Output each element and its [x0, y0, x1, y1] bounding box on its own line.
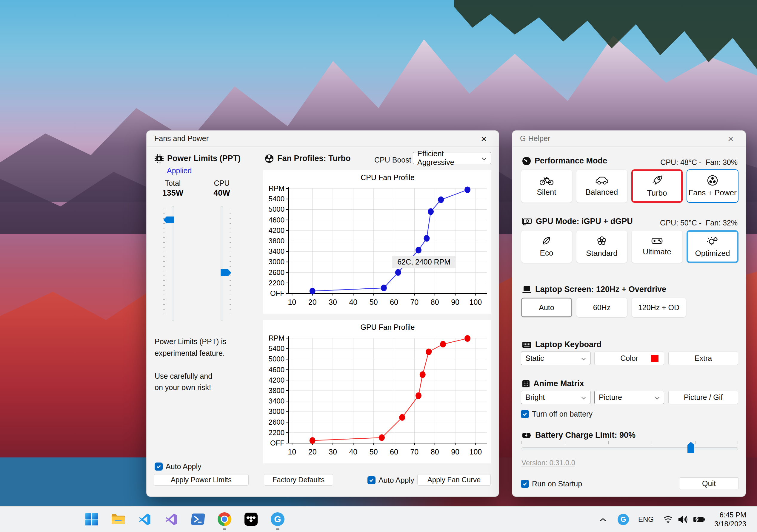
close-icon[interactable]: × — [477, 132, 491, 145]
cpu-chip-icon — [155, 154, 164, 163]
ghelper-running-indicator — [276, 528, 279, 530]
svg-text:60: 60 — [390, 448, 398, 456]
file-explorer-icon[interactable] — [110, 511, 127, 527]
close-icon[interactable]: × — [724, 132, 738, 145]
ghelper-taskbar-icon[interactable]: G — [269, 511, 286, 527]
svg-text:90: 90 — [451, 448, 459, 456]
chrome-icon[interactable] — [216, 511, 233, 527]
cpu-slider-track[interactable] — [221, 206, 223, 321]
svg-text:50: 50 — [370, 448, 378, 456]
cpu-boost-select[interactable]: Efficient Aggressive — [413, 152, 491, 164]
svg-text:2200: 2200 — [269, 279, 285, 287]
quit-button[interactable]: Quit — [679, 477, 739, 490]
cpu-slider-ticks — [229, 209, 231, 319]
auto-apply-power-checkbox[interactable]: Auto Apply — [155, 462, 201, 471]
perf-mode-fans-power-button[interactable]: Fans + Power — [686, 169, 739, 203]
language-indicator[interactable]: ENG — [638, 514, 654, 525]
svg-text:40: 40 — [349, 298, 357, 306]
checkbox-checked-icon[interactable] — [155, 462, 163, 471]
apply-power-limits-button[interactable]: Apply Power Limits — [154, 474, 249, 486]
perf-mode-turbo-button[interactable]: Turbo — [631, 169, 683, 203]
ghelper-window: G-Helper × Performance Mode CPU: 48°C - … — [512, 130, 746, 497]
tray-date: 3/18/2023 — [695, 519, 746, 528]
clock[interactable]: 6:45 PM 3/18/2023 — [695, 511, 746, 528]
volume-icon[interactable] — [677, 514, 689, 525]
svg-text:100: 100 — [469, 448, 482, 456]
svg-text:OFF: OFF — [270, 439, 285, 447]
svg-text:10: 10 — [288, 448, 296, 456]
laptop-icon — [522, 286, 531, 294]
svg-text:40: 40 — [349, 448, 357, 456]
wifi-icon[interactable] — [662, 514, 674, 525]
fan-icon — [707, 175, 718, 186]
run-on-startup-checkbox[interactable]: Run on Startup — [521, 480, 582, 488]
gpu-mode-ultimate-button[interactable]: Ultimate — [631, 230, 683, 263]
checkbox-checked-icon[interactable] — [521, 410, 529, 418]
perf-mode-silent-button[interactable]: Silent — [521, 169, 572, 203]
fans-and-power-window: Fans and Power × Power Limits (PPT) Appl… — [146, 130, 499, 497]
keyboard-extra-button[interactable]: Extra — [668, 351, 738, 365]
fans-window-titlebar[interactable]: Fans and Power × — [147, 131, 499, 147]
tidal-icon[interactable] — [243, 511, 259, 527]
fan-profiles-heading: Fan Profiles: Turbo — [265, 154, 351, 163]
apply-fan-curve-button[interactable]: Apply Fan Curve — [417, 474, 491, 486]
gpu-mode-standard-button[interactable]: Standard — [576, 230, 627, 263]
gpu-mode-optimized-button[interactable]: Optimized — [686, 230, 739, 263]
matrix-mode-select[interactable]: Picture — [594, 391, 664, 404]
keyboard-icon — [522, 342, 531, 348]
gpu-fan-curve-plot[interactable]: 102030405060708090100OFF2200260030003400… — [263, 320, 491, 463]
svg-text:5400: 5400 — [269, 345, 285, 352]
perf-mode-balanced-button[interactable]: Balanced — [576, 169, 627, 203]
cpu-fan-curve-plot[interactable]: 102030405060708090100OFF2200260030003400… — [263, 170, 491, 314]
vscode-icon[interactable] — [136, 511, 153, 527]
version-link[interactable]: Version: 0.31.0.0 — [522, 459, 575, 467]
svg-text:4600: 4600 — [269, 366, 285, 374]
visual-studio-icon[interactable] — [163, 511, 180, 527]
factory-defaults-button[interactable]: Factory Defaults — [264, 474, 333, 486]
fan-curve-tooltip: 62C, 2400 RPM — [392, 256, 456, 268]
svg-text:4600: 4600 — [269, 216, 285, 224]
matrix-brightness-select[interactable]: Bright — [521, 391, 590, 404]
car-icon — [595, 176, 609, 185]
svg-text:3400: 3400 — [269, 247, 285, 255]
svg-text:70: 70 — [410, 298, 418, 306]
leaf-icon — [541, 236, 552, 246]
chevron-down-icon — [655, 393, 660, 402]
cpu-temp-fan-status: CPU: 48°C - Fan: 30% — [660, 158, 738, 167]
checkbox-checked-icon[interactable] — [521, 480, 529, 488]
battery-limit-heading: Battery Charge Limit: 90% — [522, 431, 636, 440]
matrix-picture-gif-button[interactable]: Picture / Gif — [668, 391, 738, 404]
gpu-mode-eco-button[interactable]: Eco — [521, 230, 572, 263]
screen-60hz-button[interactable]: 60Hz — [576, 297, 627, 317]
chevron-down-icon — [481, 154, 487, 162]
total-slider-ticks — [163, 209, 165, 319]
powershell-icon[interactable] — [190, 511, 206, 527]
ghelper-tray-icon[interactable]: G — [617, 514, 629, 525]
auto-apply-fan-checkbox[interactable]: Auto Apply — [368, 476, 414, 485]
svg-text:20: 20 — [308, 298, 317, 306]
keyboard-color-button[interactable]: Color — [594, 351, 664, 365]
battery-slider-track[interactable] — [522, 447, 738, 450]
tray-chevron-up-icon[interactable] — [598, 514, 608, 525]
powershell-logo-icon — [191, 513, 205, 525]
svg-text:CPU Fan Profile: CPU Fan Profile — [361, 173, 415, 182]
screen-120hz-od-button[interactable]: 120Hz + OD — [631, 297, 686, 317]
svg-text:GPU Fan Profile: GPU Fan Profile — [360, 323, 415, 331]
turn-off-on-battery-checkbox[interactable]: Turn off on battery — [521, 410, 592, 418]
visual-studio-logo-icon — [165, 513, 178, 526]
svg-text:4200: 4200 — [269, 376, 285, 384]
svg-text:5000: 5000 — [269, 205, 285, 213]
svg-text:70: 70 — [410, 448, 418, 456]
keyboard-color-swatch — [651, 355, 658, 362]
svg-text:30: 30 — [329, 448, 337, 456]
ghelper-titlebar[interactable]: G-Helper × — [512, 131, 746, 147]
desktop: Fans and Power × Power Limits (PPT) Appl… — [0, 0, 757, 532]
svg-text:3000: 3000 — [269, 407, 285, 415]
applied-link[interactable]: Applied — [167, 166, 192, 175]
keyboard-mode-select[interactable]: Static — [521, 351, 590, 365]
screen-auto-button[interactable]: Auto — [521, 297, 572, 317]
checkbox-checked-icon[interactable] — [368, 476, 376, 484]
start-button[interactable] — [83, 511, 100, 527]
fan-icon — [265, 154, 274, 163]
cpu-label: CPU — [204, 179, 240, 187]
